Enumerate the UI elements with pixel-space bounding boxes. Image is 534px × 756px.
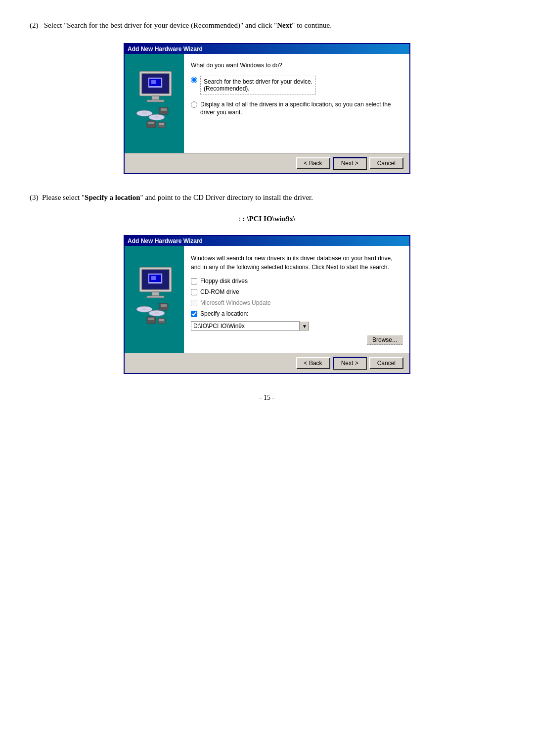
wizard1-option1-box: Search for the best driver for your devi… [200, 76, 316, 94]
wizard1-option1-radio[interactable] [191, 77, 197, 83]
location-path: : \PCI IO\win9x\ [243, 215, 296, 223]
wizard1-title: Add New Hardware Wizard [128, 46, 203, 52]
wizard-window-1: Add New Hardware Wizard [124, 43, 410, 174]
wizard2-checkbox1[interactable] [191, 278, 197, 284]
step2-instruction: (2) Select "Search for the best driver f… [30, 20, 504, 31]
wizard2-dropdown-button[interactable]: ▼ [300, 322, 309, 331]
wizard2-content: Windows will search for new drivers in i… [184, 246, 409, 353]
wizard1-body: What do you want Windows to do? Search f… [125, 54, 409, 153]
svg-rect-16 [159, 123, 164, 125]
page-content: (2) Select "Search for the best driver f… [30, 20, 504, 402]
wizard2-browse-button[interactable]: Browse... [367, 335, 402, 345]
wizard2-body: Windows will search for new drivers in i… [125, 246, 409, 353]
svg-rect-20 [147, 296, 164, 298]
svg-rect-31 [148, 318, 154, 320]
wizard2-footer: < Back Next > Cancel [125, 353, 409, 373]
wizard2-title: Add New Hardware Wizard [128, 237, 203, 244]
wizard1-option1-text: Search for the best driver for your devi… [204, 78, 312, 92]
wizard2-next-button[interactable]: Next > [333, 357, 366, 369]
wizard1-question: What do you want Windows to do? [191, 62, 402, 69]
wizard2-cancel-button[interactable]: Cancel [369, 357, 403, 369]
wizard1-titlebar: Add New Hardware Wizard [125, 44, 409, 54]
wizard2-description: Windows will search for new drivers in i… [191, 254, 402, 272]
wizard2-checkbox1-label: Floppy disk drives [200, 278, 248, 284]
wizard1-option2-radio[interactable] [191, 101, 197, 108]
wizard2-location-input[interactable] [191, 321, 300, 331]
wizard1-footer: < Back Next > Cancel [125, 153, 409, 173]
wizard1-back-button[interactable]: < Back [296, 157, 330, 169]
wizard-window-2: Add New Hardware Wizard [124, 235, 410, 374]
svg-rect-29 [161, 304, 167, 307]
svg-rect-23 [151, 276, 156, 280]
location-note: : : \PCI IO\win9x\ [30, 215, 504, 223]
wizard2-browse-container: Browse... [191, 335, 402, 345]
wizard2-back-button[interactable]: < Back [296, 357, 330, 369]
step3-instruction: (3) Please select "Specify a location" a… [30, 192, 504, 203]
svg-rect-2 [152, 96, 159, 100]
svg-rect-19 [152, 292, 159, 296]
wizard2-checkbox3-row: Microsoft Windows Update [191, 299, 402, 306]
svg-rect-14 [148, 122, 154, 124]
wizard2-checkbox3-label: Microsoft Windows Update [200, 299, 271, 306]
wizard1-image-panel [125, 54, 184, 153]
svg-point-8 [142, 112, 147, 114]
wizard2-checkbox1-row: Floppy disk drives [191, 278, 402, 284]
svg-point-27 [154, 312, 159, 314]
wizard2-checkbox4-row: Specify a location: [191, 310, 402, 317]
wizard2-checkbox3 [191, 300, 197, 306]
computer-icon-2 [130, 260, 179, 339]
computer-icon [130, 64, 179, 143]
wizard1-cancel-button[interactable]: Cancel [369, 157, 403, 169]
wizard2-image-panel [125, 246, 184, 353]
svg-point-10 [154, 116, 159, 118]
wizard1-option2-text: Display a list of all the drivers in a s… [200, 100, 402, 117]
wizard2-titlebar: Add New Hardware Wizard [125, 236, 409, 246]
page-number: - 15 - [30, 394, 504, 402]
wizard2-location-input-row: ▼ [191, 321, 402, 331]
wizard1-option2-row: Display a list of all the drivers in a s… [191, 100, 402, 117]
svg-rect-33 [159, 319, 164, 321]
svg-rect-12 [161, 108, 167, 111]
svg-rect-3 [147, 100, 164, 102]
svg-point-25 [142, 308, 147, 310]
wizard2-checkbox4-label: Specify a location: [200, 310, 248, 317]
wizard2-checkbox4[interactable] [191, 311, 197, 317]
next-bold-label: Next [277, 21, 292, 29]
specify-location-bold: Specify a location [85, 193, 140, 201]
wizard1-content: What do you want Windows to do? Search f… [184, 54, 409, 153]
wizard2-checkbox2-label: CD-ROM drive [200, 288, 239, 295]
wizard2-checkbox2-row: CD-ROM drive [191, 288, 402, 295]
wizard2-checkbox2[interactable] [191, 289, 197, 295]
wizard1-next-button[interactable]: Next > [333, 157, 366, 169]
wizard1-option1-row: Search for the best driver for your devi… [191, 76, 402, 94]
svg-rect-6 [151, 80, 156, 84]
